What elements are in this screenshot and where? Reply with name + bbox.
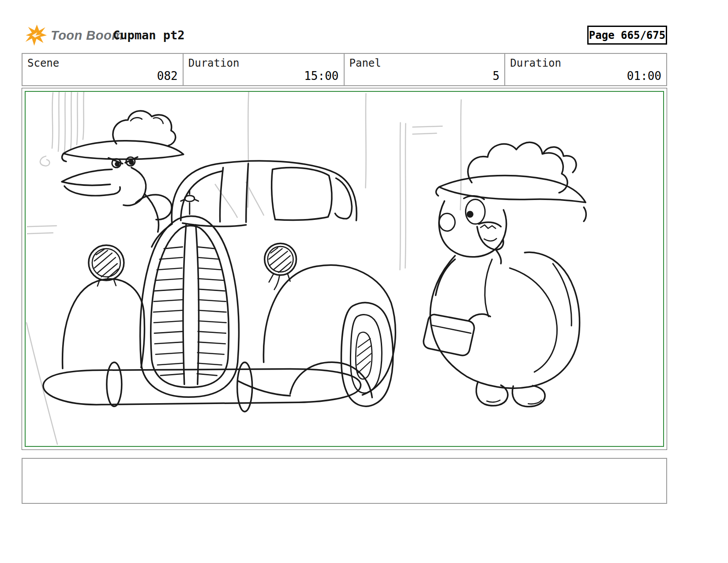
toonboom-logo: Toon Boom [24, 24, 124, 47]
meta-cell-panel-duration: Duration 01:00 [505, 54, 666, 85]
project-title: Cupman pt2 [113, 28, 185, 42]
meta-cell-scene: Scene 082 [23, 54, 184, 85]
meta-label: Duration [510, 57, 661, 69]
caption-box [22, 458, 667, 504]
storyboard-page: Toon Boom Cupman pt2 Page 665/675 Scene … [0, 0, 728, 563]
page-indicator: Page 665/675 [587, 26, 667, 45]
meta-label: Duration [188, 57, 339, 69]
meta-label: Scene [27, 57, 178, 69]
panel-safe-frame [25, 91, 664, 447]
left-character-sketch [62, 111, 184, 232]
meta-value: 082 [157, 69, 178, 83]
meta-cell-scene-duration: Duration 15:00 [184, 54, 345, 85]
meta-cell-panel: Panel 5 [345, 54, 506, 85]
background-strokes [26, 92, 461, 444]
storyboard-panel [22, 88, 667, 450]
meta-value: 5 [493, 69, 500, 83]
brand-label: Toon Boom [51, 28, 124, 43]
toonboom-starburst-icon [24, 24, 47, 47]
meta-value: 01:00 [627, 69, 661, 83]
car-sketch [43, 161, 395, 412]
scene-meta-table: Scene 082 Duration 15:00 Panel 5 Duratio… [22, 53, 667, 86]
meta-value: 15:00 [304, 69, 338, 83]
storyboard-sketch-drawing [26, 92, 663, 446]
right-character-sketch [424, 142, 586, 406]
meta-label: Panel [349, 57, 500, 69]
